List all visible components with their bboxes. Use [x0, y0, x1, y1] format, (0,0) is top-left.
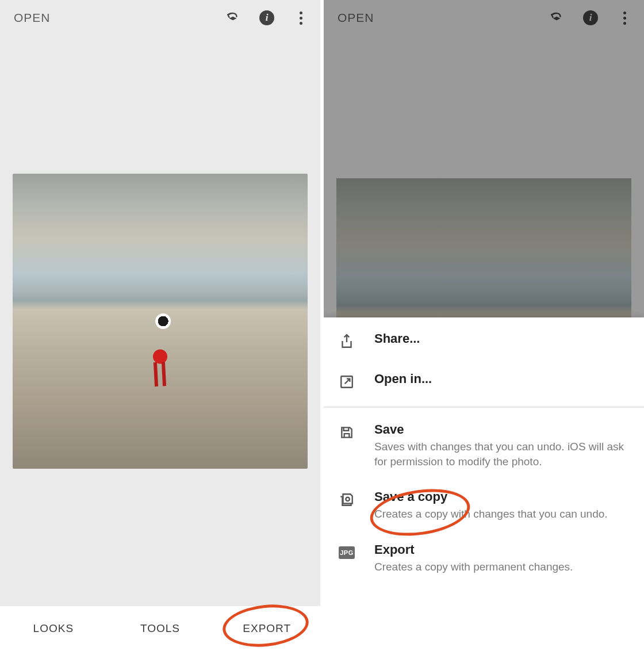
save-desc: Saves with changes that you can undo. iO… [374, 439, 630, 469]
save-copy-icon [338, 491, 356, 509]
save-title: Save [374, 422, 630, 437]
sheet-item-save-a-copy[interactable]: Save a copy Creates a copy with changes … [324, 479, 644, 532]
editor-pane-left: OPEN i LOOKS TOOLS EXPORT [0, 0, 320, 651]
save-icon [338, 423, 356, 442]
topbar: OPEN i [0, 0, 320, 36]
bottom-tabbar: LOOKS TOOLS EXPORT [0, 606, 320, 651]
topbar-actions: i [225, 10, 309, 26]
open-in-icon [338, 373, 356, 391]
sheet-section-save: Save Saves with changes that you can und… [324, 408, 644, 588]
export-desc: Creates a copy with permanent changes. [374, 560, 630, 575]
tab-looks[interactable]: LOOKS [0, 622, 107, 635]
sheet-item-open-in[interactable]: Open in... [324, 361, 644, 401]
info-icon[interactable]: i [259, 10, 274, 25]
more-icon[interactable] [293, 10, 309, 26]
svg-point-1 [346, 497, 349, 501]
export-jpg-icon: JPG [338, 543, 356, 562]
share-icon [338, 332, 356, 351]
sheet-item-export[interactable]: JPG Export Creates a copy with permanent… [324, 532, 644, 585]
save-copy-desc: Creates a copy with changes that you can… [374, 507, 630, 522]
sheet-item-share[interactable]: Share... [324, 321, 644, 361]
sheet-divider [324, 406, 644, 407]
image-canvas[interactable] [0, 36, 320, 606]
open-button[interactable]: OPEN [14, 11, 51, 25]
save-copy-title: Save a copy [374, 489, 630, 504]
open-in-label: Open in... [374, 372, 630, 386]
export-sheet: Share... Open in... [324, 317, 644, 651]
undo-stack-icon[interactable] [225, 10, 241, 26]
sheet-item-save[interactable]: Save Saves with changes that you can und… [324, 412, 644, 479]
share-label: Share... [374, 331, 630, 346]
tab-tools[interactable]: TOOLS [107, 622, 214, 635]
sheet-section-share: Share... Open in... [324, 317, 644, 405]
export-title: Export [374, 542, 630, 557]
editor-pane-right: OPEN i [320, 0, 644, 651]
jpg-badge: JPG [339, 546, 355, 559]
tab-export[interactable]: EXPORT [213, 622, 320, 635]
edited-photo [13, 174, 308, 469]
